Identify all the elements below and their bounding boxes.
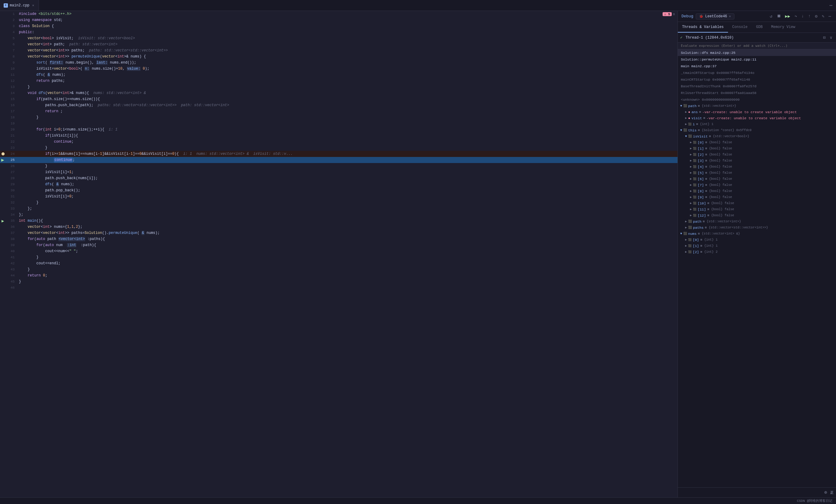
leetcode-tab[interactable]: 🐞 LeetCode46 ✕ [696, 13, 735, 19]
var-paths-nested[interactable]: ▶ ⬛ paths = {std::vector<std::vector<int… [678, 225, 836, 231]
callstack-item-1[interactable]: Solution::permuteUnique main2.cpp:11 [678, 56, 836, 63]
expand-isvisit-1[interactable]: ▶ [690, 147, 692, 150]
callstack-item-5[interactable]: BaseThreadInitThunk 0x00007fa0fe257d [678, 83, 836, 90]
expand-isvisit-5[interactable]: ▶ [690, 171, 692, 175]
code-line-12[interactable]: 12 return paths; [0, 78, 678, 84]
expression-input[interactable] [681, 44, 833, 48]
code-line-33[interactable]: 33 }; [0, 206, 678, 212]
code-line-13[interactable]: 13 } [0, 84, 678, 90]
code-line-26[interactable]: 26 } [0, 163, 678, 169]
settings-icon[interactable]: ⚙ [814, 13, 819, 19]
code-line-8[interactable]: 8 vector<vector<int>> permuteUnique(vect… [0, 54, 678, 60]
code-line-44[interactable]: 44 return 0; [0, 273, 678, 278]
code-line-14[interactable]: 14 void dfs(vector<int>& nums){ nums: st… [0, 90, 678, 96]
stepover-icon[interactable]: ↷ [793, 13, 798, 19]
editor-content[interactable]: 1 #include <bits/stdc++.h> ⚠ 5 ∧ 2 using… [0, 11, 678, 497]
expand-isvisit[interactable]: ▼ [685, 135, 687, 138]
expand-isvisit-9[interactable]: ▶ [690, 195, 692, 199]
expand-isvisit-4[interactable]: ▶ [690, 165, 692, 169]
edit-icon[interactable]: ✎ [820, 13, 825, 19]
expand-isvisit-6[interactable]: ▶ [690, 177, 692, 181]
expand-visit[interactable]: ▶ [685, 116, 687, 120]
expand-ans[interactable]: ▶ [685, 110, 687, 114]
code-line-36[interactable]: 36 vector<int> nums={1,1,2}; [0, 224, 678, 230]
callstack-item-4[interactable]: mainCRTStartup 0x00007ff65af41148 [678, 76, 836, 83]
code-line-17[interactable]: 17 return ; [0, 108, 678, 114]
code-line-18[interactable]: 18 } [0, 114, 678, 120]
tab-memory-view[interactable]: Memory View [767, 22, 799, 33]
code-line-32[interactable]: 32 } [0, 199, 678, 206]
restart-icon[interactable]: ↺ [768, 13, 773, 19]
code-line-43[interactable]: 43 } [0, 267, 678, 273]
tab-threads-variables[interactable]: Threads & Variables [678, 22, 728, 33]
expand-isvisit-12[interactable]: ▶ [690, 214, 692, 217]
var-isvisit-2[interactable]: ▶ ⬛ [2] = {bool} false [678, 152, 836, 158]
code-line-1[interactable]: 1 #include <bits/stdc++.h> ⚠ 5 ∧ [0, 11, 678, 17]
code-line-40[interactable]: 40 cout<<num<<" "; [0, 248, 678, 254]
var-isvisit-3[interactable]: ▶ ⬛ [3] = {bool} false [678, 158, 836, 163]
code-line-42[interactable]: 42 cout<<endl; [0, 260, 678, 267]
var-isvisit-0[interactable]: ▶ ⬛ [0] = {bool} false [678, 139, 836, 146]
callstack-item-2[interactable]: main main2.cpp:37 [678, 63, 836, 69]
var-isvisit-8[interactable]: ▶ ⬛ [8] = {bool} false [678, 188, 836, 194]
expand-path-top[interactable]: ▼ [680, 104, 682, 108]
var-isvisit-7[interactable]: ▶ ⬛ [7] = {bool} false [678, 182, 836, 188]
var-i[interactable]: ▶ ⬛ i = {int} 1 [678, 121, 836, 127]
code-line-23[interactable]: 23 } [0, 145, 678, 151]
code-line-24[interactable]: ! 24 if(i>=1&&nums[i]==nums[i-1]&&isVisi… [0, 151, 678, 157]
code-line-31[interactable]: 31 isVisit[i]=0; [0, 193, 678, 199]
var-nums-0[interactable]: ▶ ⬛ [0] = {int} 1 [678, 237, 836, 243]
code-line-35[interactable]: ▶ 35 int main(){ [0, 218, 678, 224]
code-line-19[interactable]: 19 [0, 120, 678, 127]
var-isvisit-6[interactable]: ▶ ⬛ [6] = {bool} false [678, 176, 836, 182]
expand-isvisit-8[interactable]: ▶ [690, 189, 692, 193]
more-icon[interactable]: ⋯ [828, 13, 832, 19]
code-line-34[interactable]: 34 }; [0, 212, 678, 218]
var-isvisit-10[interactable]: ▶ ⬛ [10] = {bool} false [678, 200, 836, 206]
callstack-item-3[interactable]: _tmainCRTStartup 0x00007ff65af4134o [678, 69, 836, 76]
stepout-icon[interactable]: ↑ [807, 13, 812, 19]
var-isvisit-1[interactable]: ▶ ⬛ [1] = {bool} false [678, 146, 836, 152]
zheng-btn[interactable]: 正 [830, 490, 834, 495]
resume-icon[interactable]: ▶▶ [784, 13, 792, 19]
var-path-nested[interactable]: ▶ ⬛ path = {std::vector<int>} [678, 218, 836, 225]
var-nums-1[interactable]: ▶ ⬛ [1] = {int} 1 [678, 243, 836, 249]
code-line-29[interactable]: 29 dfs( & nums); [0, 181, 678, 187]
code-line-6[interactable]: 6 vector<int> path; path: std::vector<in… [0, 41, 678, 47]
tab-gdb[interactable]: GDB [752, 22, 767, 33]
code-line-27[interactable]: 27 isVisit[i]=1; [0, 169, 678, 175]
stop-icon[interactable]: ⏹ [776, 13, 782, 19]
code-line-45[interactable]: 45 } [0, 278, 678, 285]
expand-nums-0[interactable]: ▶ [685, 238, 687, 241]
code-line-11[interactable]: 11 dfs( & nums); [0, 72, 678, 78]
var-path-top[interactable]: ▼ ⬛ path = {std::vector<int>} [678, 103, 836, 109]
expand-isvisit-7[interactable]: ▶ [690, 183, 692, 187]
code-line-30[interactable]: 30 path.pop_back(); [0, 187, 678, 193]
variables-section[interactable]: ▼ ⬛ path = {std::vector<int>} ▶ ● ans = … [678, 103, 836, 487]
code-line-16[interactable]: 16 paths.push_back(path); paths: std::ve… [0, 102, 678, 108]
code-line-15[interactable]: 15 if(path.size()==nums.size()){ [0, 96, 678, 102]
code-line-28[interactable]: 28 path.push_back(nums[i]); [0, 175, 678, 181]
code-line-39[interactable]: 39 for(auto num :int :path){ [0, 242, 678, 248]
code-line-5[interactable]: 5 vector<bool> isVisit; isVisit: std::ve… [0, 35, 678, 41]
code-line-7[interactable]: 7 vector<vector<int>> paths; paths: std:… [0, 47, 678, 54]
expand-isvisit-3[interactable]: ▶ [690, 159, 692, 162]
var-isvisit-4[interactable]: ▶ ⬛ [4] = {bool} false [678, 163, 836, 170]
code-line-10[interactable]: 10 isVisit=vector<bool>( n: nums.size()+… [0, 66, 678, 72]
var-nums[interactable]: ▼ ⬛ nums = {std::vector<int> &} [678, 231, 836, 237]
tab-main2cpp[interactable]: C main2.cpp ✕ [0, 0, 39, 11]
code-line-20[interactable]: 20 for(int i=0;i<nums.size();++i){ i: 1 [0, 127, 678, 133]
stepinto-icon[interactable]: ↓ [800, 13, 805, 19]
var-this[interactable]: ▼ ⬛ this = {Solution *const} 0x5ffdc0 [678, 127, 836, 133]
expand-nums-1[interactable]: ▶ [685, 244, 687, 248]
code-line-3[interactable]: 3 class Solution { [0, 23, 678, 29]
code-line-37[interactable]: 37 vector<vector<int>> paths=Solution().… [0, 230, 678, 236]
expand-path-nested[interactable]: ▶ [685, 219, 687, 223]
expand-paths-nested[interactable]: ▶ [685, 226, 687, 229]
expand-nums[interactable]: ▼ [680, 232, 682, 235]
code-line-25[interactable]: ▶ 25 continue; [0, 157, 678, 163]
expand-isvisit-11[interactable]: ▶ [690, 208, 692, 211]
var-visit[interactable]: ▶ ● visit = -var-create: unable to creat… [678, 115, 836, 121]
expand-isvisit-2[interactable]: ▶ [690, 153, 692, 156]
code-line-2[interactable]: 2 using namespace std; [0, 17, 678, 23]
